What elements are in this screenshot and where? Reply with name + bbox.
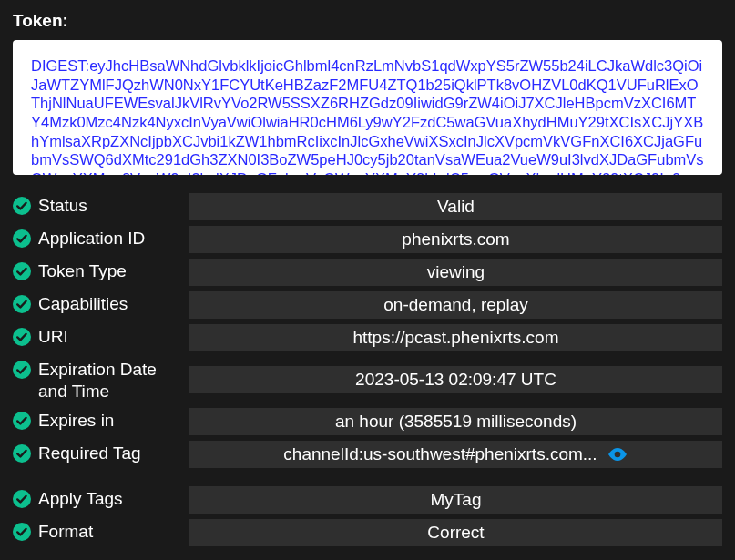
- status-label: Status: [38, 195, 87, 217]
- row-expiration: Expiration Date and Time 2023-05-13 02:0…: [13, 357, 722, 402]
- application-id-value: phenixrts.com: [189, 226, 722, 253]
- apply-tags-label: Apply Tags: [38, 488, 123, 510]
- check-icon: [13, 229, 31, 248]
- eye-icon[interactable]: [607, 446, 628, 463]
- token-textarea[interactable]: DIGEST:eyJhcHBsaWNhdGlvbklkIjoicGhlbml4c…: [13, 40, 722, 175]
- row-token-type: Token Type viewing: [13, 259, 722, 286]
- check-icon: [13, 444, 31, 463]
- required-tag-label: Required Tag: [38, 443, 141, 464]
- row-format: Format Correct: [13, 519, 722, 546]
- row-capabilities: Capabilities on-demand, replay: [13, 291, 722, 319]
- token-type-label: Token Type: [38, 260, 127, 282]
- check-icon: [13, 328, 31, 346]
- row-expires-in: Expires in an hour (3585519 milliseconds…: [13, 408, 722, 435]
- row-required-tag: Required Tag channelId:us-southwest#phen…: [13, 441, 722, 468]
- expiration-label: Expiration Date and Time: [38, 359, 182, 402]
- token-section-label: Token:: [13, 11, 722, 31]
- row-uri: URI https://pcast.phenixrts.com: [13, 324, 722, 351]
- status-value: Valid: [189, 193, 722, 220]
- application-id-label: Application ID: [38, 228, 145, 249]
- format-label: Format: [38, 521, 93, 543]
- svg-point-8: [614, 451, 620, 457]
- check-icon: [13, 197, 31, 215]
- check-icon: [13, 523, 31, 541]
- capabilities-value: on-demand, replay: [189, 291, 722, 319]
- required-tag-value: channelId:us-southwest#phenixrts.com...: [189, 441, 722, 468]
- format-value: Correct: [189, 519, 722, 546]
- row-status: Status Valid: [13, 193, 722, 220]
- check-icon: [13, 295, 31, 313]
- token-type-value: viewing: [189, 259, 722, 286]
- capabilities-label: Capabilities: [38, 293, 128, 315]
- expires-in-label: Expires in: [38, 410, 114, 432]
- expiration-value: 2023-05-13 02:09:47 UTC: [189, 366, 722, 393]
- check-icon: [13, 361, 31, 379]
- row-apply-tags: Apply Tags MyTag: [13, 486, 722, 514]
- check-icon: [13, 490, 31, 508]
- row-application-id: Application ID phenixrts.com: [13, 226, 722, 253]
- apply-tags-value: MyTag: [189, 486, 722, 514]
- required-tag-text: channelId:us-southwest#phenixrts.com...: [283, 444, 597, 464]
- expires-in-value: an hour (3585519 milliseconds): [189, 408, 722, 435]
- check-icon: [13, 262, 31, 280]
- uri-label: URI: [38, 326, 68, 348]
- check-icon: [13, 412, 31, 430]
- uri-value: https://pcast.phenixrts.com: [189, 324, 722, 351]
- token-details-table: Status Valid Application ID phenixrts.co…: [13, 193, 722, 546]
